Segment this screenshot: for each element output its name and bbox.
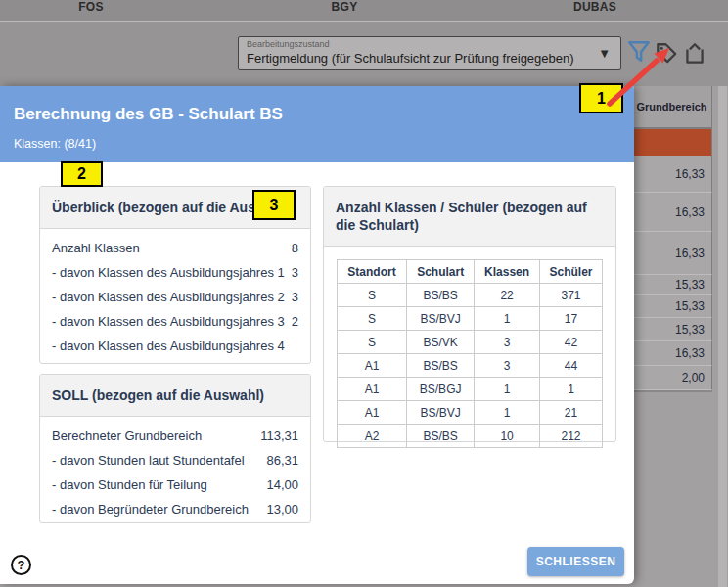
grid-cell: 16,33 [632, 341, 712, 366]
soll-row: Berechneter Grundbereich 113,31 [52, 424, 298, 448]
cell-schulart: BS/BVJ [407, 307, 475, 331]
table-row: S BS/BVJ 1 17 [338, 307, 603, 331]
column-header: Standort [338, 260, 407, 284]
cell-klassen: 1 [475, 378, 540, 401]
select-value: Fertigmeldung (für Schulaufsicht zur Prü… [247, 51, 574, 66]
cell-schueler: 212 [539, 425, 602, 448]
cell-standort: A2 [338, 425, 407, 448]
overview-row: - davon Klassen des Ausbildungsjahres 4 [52, 334, 298, 358]
chevron-down-icon[interactable]: ▼ [598, 46, 611, 61]
column-header: Schulart [407, 260, 475, 284]
grid-cell: 16,33 [632, 156, 712, 193]
cell-standort: S [338, 284, 407, 307]
table-row: A1 BS/BVJ 1 21 [338, 401, 603, 425]
row-label: Berechneter Grundbereich [52, 429, 202, 443]
tab-fos[interactable]: FOS [78, 0, 104, 14]
dialog-subtitle-klassen-count: Klassen: (8/41) [14, 137, 96, 151]
row-value: 3 [292, 265, 298, 280]
annotation-label-1: 1 [579, 83, 623, 113]
table-row: A1 BS/BGJ 1 1 [338, 378, 603, 401]
cell-schulart: BS/BS [407, 354, 475, 378]
cell-standort: A1 [338, 354, 407, 378]
soll-card-title: SOLL (bezogen auf die Auswahl) [40, 375, 310, 417]
dialog-header: Berechnung des GB - Schulart BS Klassen:… [0, 86, 634, 162]
annotation-label-3: 3 [252, 190, 296, 220]
dialog-title: Berechnung des GB - Schulart BS [14, 105, 283, 124]
row-label: - davon Klassen des Ausbildungsjahres 1 [52, 265, 285, 280]
tab-dubas[interactable]: DUBAS [573, 0, 616, 14]
select-label: Bearbeitungszustand [247, 39, 330, 49]
grid-cell: 16,33 [632, 193, 712, 232]
row-label: - davon Stunden laut Stundentafel [52, 453, 245, 468]
klassen-schueler-card: Anzahl Klassen / Schüler (bezogen auf di… [323, 186, 616, 442]
help-icon[interactable]: ? [11, 555, 31, 575]
filter-icon[interactable] [626, 39, 652, 65]
cell-schulart: BS/BGJ [407, 378, 475, 401]
klassen-schueler-card-title: Anzahl Klassen / Schüler (bezogen auf di… [324, 187, 615, 247]
schliessen-button[interactable]: SCHLIESSEN [527, 547, 624, 576]
row-value: 3 [292, 290, 298, 304]
highlighted-row-cell [632, 129, 712, 156]
cell-schulart: BS/BS [407, 284, 475, 307]
row-value: 13,00 [266, 502, 298, 517]
cell-klassen: 3 [475, 331, 540, 354]
soll-row: - davon Stunden für Teilung 14,00 [52, 473, 298, 497]
cell-schulart: BS/BS [407, 425, 475, 448]
cell-klassen: 22 [475, 284, 540, 307]
cell-klassen: 3 [475, 354, 540, 378]
row-value: 113,31 [260, 429, 298, 443]
cell-standort: S [338, 331, 407, 354]
row-label: - davon Klassen des Ausbildungsjahres 4 [52, 339, 285, 353]
cell-klassen: 10 [475, 425, 540, 448]
overview-row: - davon Klassen des Ausbildungsjahres 1 … [52, 260, 298, 285]
cell-standort: A1 [338, 401, 407, 425]
row-value: 8 [292, 241, 298, 255]
cell-schueler: 21 [539, 401, 602, 425]
table-row: A1 BS/BS 3 44 [338, 354, 603, 378]
grid-bottom-border [632, 390, 712, 392]
row-label: - davon Begründeter Grundbereich [52, 502, 249, 517]
cell-schulart: BS/VK [407, 331, 475, 354]
table-row: S BS/VK 3 42 [338, 331, 603, 354]
grid-cell: 15,33 [632, 295, 712, 318]
annotation-label-2: 2 [61, 161, 103, 187]
grid-cell: 2,00 [632, 366, 712, 390]
table-row: A2 BS/BS 10 212 [338, 425, 603, 448]
background-grid-grundbereich-column: Grundbereich 16,33 16,33 16,33 15,33 15,… [632, 86, 712, 392]
soll-card: SOLL (bezogen auf die Auswahl) Berechnet… [39, 374, 311, 523]
row-label: - davon Klassen des Ausbildungsjahres 3 [52, 314, 285, 329]
soll-row: - davon Stunden laut Stundentafel 86,31 [52, 448, 298, 473]
vertical-scrollbar[interactable] [718, 86, 727, 587]
cell-standort: A1 [338, 378, 407, 401]
cell-standort: S [338, 307, 407, 331]
table-header-row: Standort Schulart Klassen Schüler [338, 260, 603, 284]
overview-row: Anzahl Klassen 8 [52, 236, 298, 260]
cell-schulart: BS/BVJ [407, 401, 475, 425]
top-tab-bar: FOS BGY DUBAS [0, 0, 728, 21]
grid-cell: 15,33 [632, 275, 712, 295]
cell-klassen: 1 [475, 307, 540, 331]
row-label: Anzahl Klassen [52, 241, 140, 255]
tag-icon[interactable] [654, 41, 679, 67]
app-screen: FOS BGY DUBAS Bearbeitungszustand Fertig… [0, 0, 728, 587]
row-value: 14,00 [266, 477, 298, 492]
row-value: 2 [292, 314, 298, 329]
klassen-schueler-table: Standort Schulart Klassen Schüler S BS/B… [337, 259, 603, 448]
cell-schueler: 371 [539, 284, 602, 307]
table-row: S BS/BS 22 371 [338, 284, 603, 307]
overview-row: - davon Klassen des Ausbildungsjahres 3 … [52, 309, 298, 334]
cell-klassen: 1 [475, 401, 540, 425]
tab-bgy[interactable]: BGY [332, 0, 358, 14]
cell-schueler: 17 [539, 307, 602, 331]
column-header: Schüler [539, 260, 602, 284]
cell-schueler: 44 [539, 354, 602, 378]
bearbeitungszustand-select[interactable]: Bearbeitungszustand Fertigmeldung (für S… [238, 36, 621, 70]
cell-schueler: 1 [539, 378, 602, 401]
grid-cell: 15,33 [632, 318, 712, 341]
overview-row: - davon Klassen des Ausbildungsjahres 2 … [52, 285, 298, 309]
grundbereich-column-header: Grundbereich [632, 86, 712, 129]
row-value: 86,31 [266, 453, 298, 468]
grid-cell: 16,33 [632, 232, 712, 275]
row-label: - davon Klassen des Ausbildungsjahres 2 [52, 290, 285, 304]
upload-icon[interactable] [682, 41, 707, 67]
